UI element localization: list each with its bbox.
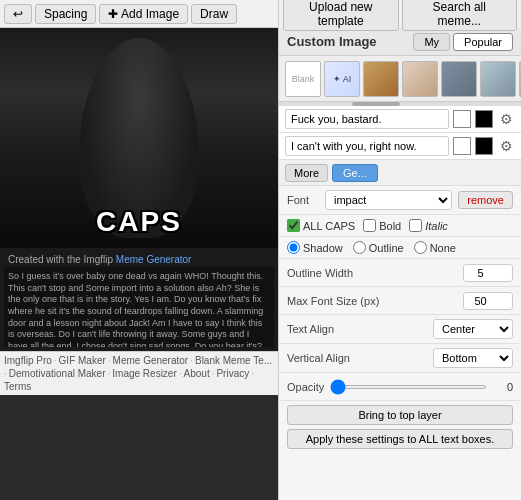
spacing-button[interactable]: Spacing — [35, 4, 96, 24]
italic-checkbox[interactable]: Italic — [409, 219, 448, 232]
thumb-ai[interactable]: ✦ AI — [324, 61, 360, 97]
custom-image-title: Custom Image — [287, 34, 377, 49]
text-effect-radios: Shadow Outline None — [279, 237, 521, 259]
footer-link-meme-generator[interactable]: Meme Generator — [113, 355, 189, 366]
thumb-2[interactable] — [402, 61, 438, 97]
thumb-4[interactable] — [480, 61, 516, 97]
settings-icon-1[interactable]: ⚙ — [497, 110, 515, 128]
created-line: Created with the Imgflip Meme Generator — [4, 252, 274, 267]
vertical-align-select[interactable]: Top Middle Bottom — [433, 348, 513, 368]
my-tab[interactable]: My — [413, 33, 450, 51]
thumb-blank[interactable]: Blank — [285, 61, 321, 97]
search-memes-button[interactable]: Search all meme... — [402, 0, 518, 31]
right-panel: Custom Image My Popular Blank ✦ AI — [278, 28, 521, 500]
font-panel: Font impact remove ALL CAPS Bold I — [279, 186, 521, 453]
meme-generator-link[interactable]: Meme Generator — [116, 254, 192, 265]
footer-link-gif-maker[interactable]: GIF Maker — [59, 355, 106, 366]
generate-button[interactable]: Ge... — [332, 164, 378, 182]
meme-canvas: CAPS — [0, 28, 278, 248]
footer-links: Imgflip Pro · GIF Maker · Meme Generator… — [0, 351, 278, 395]
none-radio[interactable]: None — [414, 241, 456, 254]
outline-width-row: Outline Width — [279, 259, 521, 287]
footer-link-terms[interactable]: Terms — [4, 381, 31, 392]
color-swatch-black-1[interactable] — [475, 110, 493, 128]
thumbnail-strip: Blank ✦ AI — [279, 56, 521, 102]
color-swatch-white-2[interactable] — [453, 137, 471, 155]
all-caps-checkbox[interactable]: ALL CAPS — [287, 219, 355, 232]
footer-link-about[interactable]: About — [184, 368, 210, 379]
meme-caps-text: CAPS — [96, 206, 182, 238]
outline-width-label: Outline Width — [287, 267, 463, 279]
apply-all-button[interactable]: Apply these settings to ALL text boxes. — [287, 429, 513, 449]
text-box-row-1: ⚙ — [279, 106, 521, 133]
custom-image-header: Custom Image My Popular — [279, 28, 521, 56]
text-box-row-2: ⚙ — [279, 133, 521, 160]
shadow-radio[interactable]: Shadow — [287, 241, 343, 254]
color-swatch-white-1[interactable] — [453, 110, 471, 128]
style-checkboxes: ALL CAPS Bold Italic — [279, 215, 521, 237]
opacity-value: 0 — [493, 381, 513, 393]
opacity-label: Opacity — [287, 381, 324, 393]
undo-button[interactable]: ↩ — [4, 4, 32, 24]
text-align-select[interactable]: Left Center Right — [433, 319, 513, 339]
font-select[interactable]: impact — [325, 190, 452, 210]
footer-link-privacy[interactable]: Privacy — [216, 368, 249, 379]
outline-width-input[interactable] — [463, 264, 513, 282]
vertical-align-label: Vertical Align — [287, 352, 433, 364]
draw-button[interactable]: Draw — [191, 4, 237, 24]
text-align-label: Text Align — [287, 323, 433, 335]
thumb-1[interactable] — [363, 61, 399, 97]
text-input-1[interactable] — [285, 109, 449, 129]
description-text: So I guess it's over baby one dead vs ag… — [4, 267, 274, 347]
footer-link-blank-meme[interactable]: Blank Meme Te... — [195, 355, 272, 366]
more-button[interactable]: More — [285, 164, 328, 182]
opacity-row: Opacity 0 — [279, 373, 521, 401]
popular-tab[interactable]: Popular — [453, 33, 513, 51]
remove-button[interactable]: remove — [458, 191, 513, 209]
more-gen-row: More Ge... — [279, 160, 521, 186]
upload-template-button[interactable]: Upload new template — [283, 0, 399, 31]
bring-to-top-button[interactable]: Bring to top layer — [287, 405, 513, 425]
outline-radio[interactable]: Outline — [353, 241, 404, 254]
font-row: Font impact remove — [279, 186, 521, 215]
max-font-size-input[interactable] — [463, 292, 513, 310]
settings-icon-2[interactable]: ⚙ — [497, 137, 515, 155]
footer-link-image-resizer[interactable]: Image Resizer — [112, 368, 176, 379]
text-align-row: Text Align Left Center Right — [279, 315, 521, 344]
add-image-button[interactable]: ✚ Add Image — [99, 4, 188, 24]
vertical-align-row: Vertical Align Top Middle Bottom — [279, 344, 521, 373]
opacity-slider[interactable] — [330, 385, 487, 389]
action-buttons: Bring to top layer Apply these settings … — [279, 401, 521, 453]
max-font-size-row: Max Font Size (px) — [279, 287, 521, 315]
footer-link-demotivational[interactable]: Demotivational Maker — [9, 368, 106, 379]
bold-checkbox[interactable]: Bold — [363, 219, 401, 232]
thumb-3[interactable] — [441, 61, 477, 97]
text-input-2[interactable] — [285, 136, 449, 156]
color-swatch-black-2[interactable] — [475, 137, 493, 155]
footer-link-imgflip-pro[interactable]: Imgflip Pro — [4, 355, 52, 366]
max-font-size-label: Max Font Size (px) — [287, 295, 463, 307]
font-label: Font — [287, 194, 319, 206]
